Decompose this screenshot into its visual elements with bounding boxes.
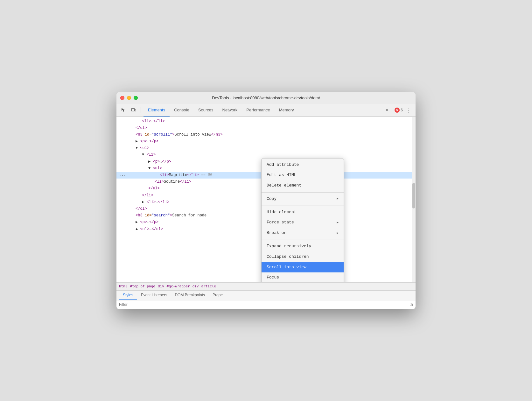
dom-line: ▼ <li> bbox=[116, 151, 412, 158]
ctx-expand-recursively[interactable]: Expand recursively bbox=[262, 241, 344, 252]
tab-console[interactable]: Console bbox=[170, 104, 194, 116]
ctx-edit-as-html[interactable]: Edit as HTML bbox=[262, 170, 344, 180]
ctx-force-state-arrow: ▶ bbox=[337, 220, 339, 225]
bottom-panel: Styles Event Listeners DOM Breakpoints P… bbox=[116, 291, 416, 309]
toolbar-right: » ✕ 6 ⋮ bbox=[382, 105, 413, 115]
dom-line: ▼ <ol> bbox=[116, 145, 412, 151]
main-tabs: Elements Console Sources Network Perform… bbox=[144, 104, 380, 116]
tab-dom-breakpoints[interactable]: DOM Breakpoints bbox=[171, 291, 209, 300]
tab-event-listeners[interactable]: Event Listeners bbox=[137, 291, 171, 300]
ctx-copy-arrow: ▶ bbox=[337, 196, 339, 201]
scrollbar[interactable] bbox=[412, 117, 416, 282]
error-icon: ✕ bbox=[395, 108, 400, 113]
breadcrumb: html #top_of_page div #gc-wrapper div ar… bbox=[116, 282, 416, 291]
device-toggle-icon[interactable] bbox=[129, 106, 138, 115]
ctx-force-state[interactable]: Force state ▶ bbox=[262, 217, 344, 228]
dom-panel[interactable]: <li>…</li> </ol> <h3 id="scroll1">Scroll… bbox=[116, 117, 412, 282]
ctx-separator bbox=[262, 206, 344, 206]
svg-rect-0 bbox=[131, 109, 135, 111]
breadcrumb-div1[interactable]: div bbox=[158, 284, 164, 288]
ctx-separator bbox=[262, 240, 344, 240]
ctx-collapse-children[interactable]: Collapse children bbox=[262, 252, 344, 262]
breadcrumb-div2[interactable]: div bbox=[192, 284, 199, 288]
window-title: DevTools - localhost:8080/web/tools/chro… bbox=[212, 95, 320, 100]
error-count: 6 bbox=[401, 108, 403, 112]
traffic-lights bbox=[120, 96, 138, 100]
bottom-tabs: Styles Event Listeners DOM Breakpoints P… bbox=[116, 291, 416, 300]
more-tabs-button[interactable]: » bbox=[382, 107, 393, 113]
title-bar: DevTools - localhost:8080/web/tools/chro… bbox=[116, 92, 416, 104]
close-button[interactable] bbox=[120, 96, 124, 100]
dom-line: </ol> bbox=[116, 125, 412, 131]
error-badge[interactable]: ✕ 6 bbox=[395, 108, 403, 113]
breadcrumb-html[interactable]: html bbox=[119, 284, 128, 288]
filter-row: :h bbox=[116, 300, 416, 309]
tab-network[interactable]: Network bbox=[218, 104, 242, 116]
ctx-delete-element[interactable]: Delete element bbox=[262, 180, 344, 191]
devtools-body: <li>…</li> </ol> <h3 id="scroll1">Scroll… bbox=[116, 117, 416, 282]
inspect-icon[interactable] bbox=[119, 106, 128, 115]
dom-line: ▶ <p>…</p> bbox=[116, 138, 412, 145]
svg-rect-1 bbox=[135, 109, 136, 111]
tab-memory[interactable]: Memory bbox=[275, 104, 298, 116]
ctx-break-on[interactable]: Break on ▶ bbox=[262, 228, 344, 238]
context-menu: Add attribute Edit as HTML Delete elemen… bbox=[261, 158, 344, 282]
ctx-scroll-into-view[interactable]: Scroll into view ↖ bbox=[262, 262, 344, 273]
tab-styles[interactable]: Styles bbox=[119, 291, 137, 300]
ctx-focus[interactable]: Focus bbox=[262, 272, 344, 282]
toolbar-separator bbox=[141, 107, 141, 113]
tab-performance[interactable]: Performance bbox=[242, 104, 274, 116]
dom-line: <li>…</li> bbox=[116, 118, 412, 125]
dom-line: <h3 id="scroll1">Scroll into view</h3> bbox=[116, 131, 412, 138]
ctx-break-on-arrow: ▶ bbox=[337, 231, 339, 236]
ctx-copy[interactable]: Copy ▶ bbox=[262, 194, 344, 204]
tab-properties[interactable]: Prope… bbox=[209, 291, 230, 300]
maximize-button[interactable] bbox=[134, 96, 138, 100]
filter-input[interactable] bbox=[119, 302, 183, 307]
breadcrumb-article[interactable]: article bbox=[201, 284, 216, 288]
breadcrumb-gc-wrapper[interactable]: #gc-wrapper bbox=[167, 284, 190, 288]
dots-indicator: ... bbox=[119, 172, 126, 178]
ctx-add-attribute[interactable]: Add attribute bbox=[262, 160, 344, 170]
more-options-button[interactable]: ⋮ bbox=[405, 105, 413, 115]
filter-hint: :h bbox=[410, 302, 413, 307]
tab-elements[interactable]: Elements bbox=[144, 104, 170, 116]
scrollbar-thumb[interactable] bbox=[412, 183, 415, 208]
devtools-toolbar: Elements Console Sources Network Perform… bbox=[116, 104, 416, 117]
ctx-separator bbox=[262, 192, 344, 193]
breadcrumb-top-of-page[interactable]: #top_of_page bbox=[130, 284, 155, 288]
ctx-hide-element[interactable]: Hide element bbox=[262, 207, 344, 218]
minimize-button[interactable] bbox=[127, 96, 131, 100]
tab-sources[interactable]: Sources bbox=[194, 104, 218, 116]
cursor-indicator: ↖ bbox=[336, 264, 339, 271]
devtools-window: DevTools - localhost:8080/web/tools/chro… bbox=[116, 92, 416, 309]
